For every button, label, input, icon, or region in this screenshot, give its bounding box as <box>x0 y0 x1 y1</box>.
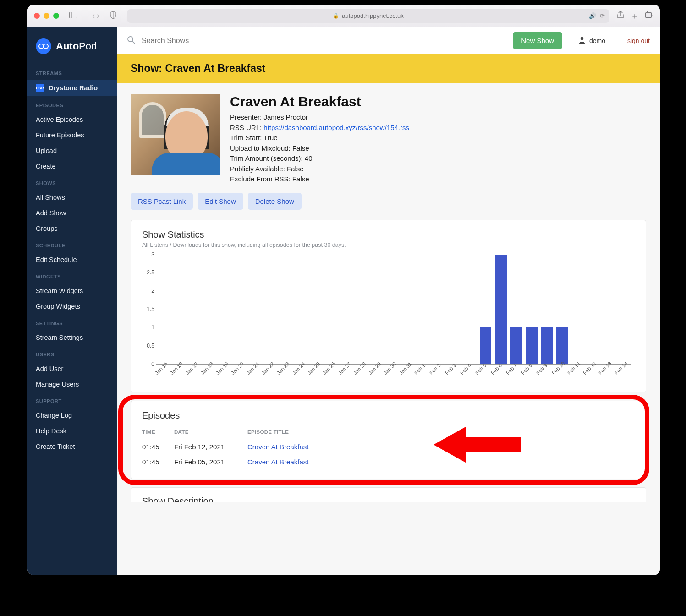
sidebar-item-create[interactable]: Create <box>27 158 117 174</box>
ep-date: Fri Feb 12, 2021 <box>174 439 247 454</box>
rss-label: RSS URL: <box>230 124 263 131</box>
sb-head-streams: STREAMS <box>27 64 117 80</box>
episodes-table: TIME DATE EPISODE TITLE 01:45Fri Feb 12,… <box>142 425 635 469</box>
ep-title-link[interactable]: Craven At Breakfast <box>247 458 308 466</box>
sidebar-item-drystone[interactable]: DSR Drystone Radio <box>27 80 117 96</box>
sidebar-item-active-episodes[interactable]: Active Episodes <box>27 112 117 127</box>
rss-link[interactable]: https://dashboard.autopod.xyz/rss/show/1… <box>263 124 409 131</box>
presenter-label: Presenter: <box>230 113 263 121</box>
sidebar-item-add-show[interactable]: Add Show <box>27 205 117 221</box>
sidebar-item-manage-users[interactable]: Manage Users <box>27 376 117 392</box>
page-title: Show: Craven At Breakfast <box>117 54 660 83</box>
ep-title-link[interactable]: Craven At Breakfast <box>247 443 308 451</box>
rss-pcast-button[interactable]: RSS Pcast Link <box>131 193 193 210</box>
sidebar-item-groups[interactable]: Groups <box>27 221 117 236</box>
svg-point-5 <box>44 44 48 49</box>
upload-mixcloud: Upload to Mixcloud: False <box>230 143 409 154</box>
stats-title: Show Statistics <box>142 229 635 240</box>
show-name: Craven At Breakfast <box>230 94 409 109</box>
sb-head-support: SUPPORT <box>27 392 117 408</box>
sidebar-item-label: Drystone Radio <box>49 84 98 92</box>
episodes-panel: Episodes TIME DATE EPISODE TITLE 01:45Fr… <box>131 401 646 479</box>
col-title: EPISODE TITLE <box>247 425 635 439</box>
logo-icon <box>36 38 51 54</box>
forward-icon[interactable]: › <box>97 11 99 21</box>
sidebar-item-upload[interactable]: Upload <box>27 143 117 158</box>
table-row: 01:45Fri Feb 05, 2021Craven At Breakfast <box>142 454 635 469</box>
share-icon[interactable] <box>617 11 624 22</box>
trim-amount: Trim Amount (seconds): 40 <box>230 153 409 164</box>
lock-icon: 🔒 <box>333 13 339 19</box>
col-time: TIME <box>142 425 174 439</box>
sb-head-widgets: WIDGETS <box>27 267 117 283</box>
stats-chart: 00.511.522.53 Jan 15Jan 16Jan 17Jan 18Ja… <box>156 255 631 383</box>
stats-panel: Show Statistics All Listens / Downloads … <box>131 220 646 392</box>
search <box>127 36 505 45</box>
exclude-rss: Exclude From RSS: False <box>230 174 409 185</box>
signout-link[interactable]: sign out <box>621 37 650 44</box>
topbar: New Show demo sign out <box>117 27 660 54</box>
sidebar-item-all-shows[interactable]: All Shows <box>27 190 117 205</box>
sidebar-item-add-user[interactable]: Add User <box>27 361 117 376</box>
browser-window: ‹ › 🔒 autopod.hippynet.co.uk 🔊 ⟳ ＋ <box>27 5 660 575</box>
show-header: Craven At Breakfast Presenter: James Pro… <box>131 94 646 185</box>
user-menu[interactable]: demo <box>570 27 614 54</box>
episodes-title: Episodes <box>142 410 635 421</box>
show-actions: RSS Pcast Link Edit Show Delete Show <box>131 193 646 210</box>
svg-rect-3 <box>646 12 652 17</box>
ep-time: 01:45 <box>142 454 174 469</box>
search-input[interactable] <box>142 37 505 45</box>
brand-text-2: Pod <box>79 40 97 52</box>
shield-icon[interactable] <box>107 9 120 23</box>
show-description-panel: Show Description <box>131 487 646 502</box>
delete-show-button[interactable]: Delete Show <box>248 193 302 210</box>
sidebar-item-group-widgets[interactable]: Group Widgets <box>27 299 117 314</box>
tabs-icon[interactable] <box>645 11 653 22</box>
brand-text-1: Auto <box>56 40 79 52</box>
show-image <box>131 94 220 175</box>
reload-icon[interactable]: ⟳ <box>600 12 605 19</box>
app: AutoPod STREAMS DSR Drystone Radio EPISO… <box>27 27 660 575</box>
sidebar-item-change-log[interactable]: Change Log <box>27 408 117 423</box>
sb-head-settings: SETTINGS <box>27 314 117 330</box>
sidebar-item-future-episodes[interactable]: Future Episodes <box>27 127 117 143</box>
presenter-value: James Proctor <box>263 113 308 121</box>
sidebar-item-stream-widgets[interactable]: Stream Widgets <box>27 283 117 299</box>
sidebar-toggle-icon[interactable] <box>66 10 80 22</box>
user-icon <box>578 36 586 45</box>
search-icon[interactable] <box>127 36 135 45</box>
chrome-right-icons: ＋ <box>617 11 653 22</box>
audio-icon[interactable]: 🔊 <box>589 12 596 19</box>
new-tab-icon[interactable]: ＋ <box>631 11 639 22</box>
stats-subtitle: All Listens / Downloads for this show, i… <box>142 242 635 248</box>
traffic-lights <box>34 13 59 19</box>
sidebar-item-create-ticket[interactable]: Create Ticket <box>27 439 117 454</box>
sidebar: AutoPod STREAMS DSR Drystone Radio EPISO… <box>27 27 117 575</box>
close-window-icon[interactable] <box>34 13 40 19</box>
sb-head-schedule: SCHEDULE <box>27 236 117 252</box>
svg-point-9 <box>581 37 583 40</box>
show-meta: Craven At Breakfast Presenter: James Pro… <box>230 94 409 185</box>
trim-start: Trim Start: True <box>230 133 409 143</box>
svg-rect-0 <box>70 12 77 18</box>
svg-line-8 <box>132 41 135 44</box>
content: Craven At Breakfast Presenter: James Pro… <box>117 83 660 513</box>
nav-arrows: ‹ › <box>92 11 99 21</box>
table-row: 01:45Fri Feb 12, 2021Craven At Breakfast <box>142 439 635 454</box>
ep-date: Fri Feb 05, 2021 <box>174 454 247 469</box>
edit-show-button[interactable]: Edit Show <box>198 193 243 210</box>
sidebar-item-help-desk[interactable]: Help Desk <box>27 423 117 439</box>
address-bar[interactable]: 🔒 autopod.hippynet.co.uk 🔊 ⟳ <box>127 9 609 23</box>
new-show-button[interactable]: New Show <box>513 32 562 49</box>
sidebar-item-edit-schedule[interactable]: Edit Schedule <box>27 252 117 267</box>
col-date: DATE <box>174 425 247 439</box>
sidebar-item-stream-settings[interactable]: Stream Settings <box>27 330 117 345</box>
url-host: autopod.hippynet.co.uk <box>342 12 403 19</box>
stream-badge-icon: DSR <box>36 84 44 92</box>
maximize-window-icon[interactable] <box>53 13 59 19</box>
brand-logo[interactable]: AutoPod <box>27 32 117 64</box>
sb-head-shows: SHOWS <box>27 174 117 190</box>
minimize-window-icon[interactable] <box>44 13 49 19</box>
main: New Show demo sign out Show: Craven At B… <box>117 27 660 575</box>
back-icon[interactable]: ‹ <box>92 11 95 21</box>
